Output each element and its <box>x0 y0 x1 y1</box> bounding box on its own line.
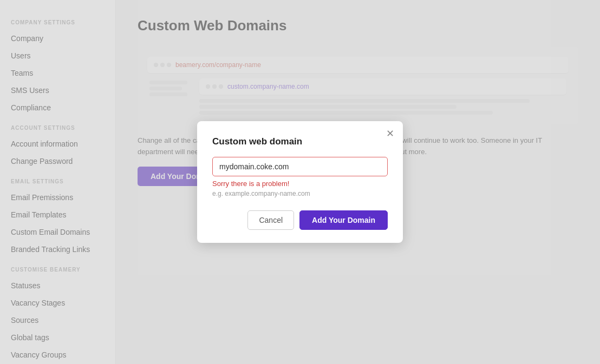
custom-web-domain-modal: Custom web domain ✕ Sorry there is a pro… <box>197 121 403 243</box>
domain-input[interactable] <box>212 157 388 176</box>
modal-actions: Cancel Add Your Domain <box>212 210 388 230</box>
add-your-domain-modal-button[interactable]: Add Your Domain <box>299 210 388 230</box>
cancel-button[interactable]: Cancel <box>247 210 294 230</box>
modal-error-message: Sorry there is a problem! <box>212 180 388 188</box>
modal-close-button[interactable]: ✕ <box>386 129 394 138</box>
modal-title: Custom web domain <box>212 136 388 147</box>
modal-overlay[interactable]: Custom web domain ✕ Sorry there is a pro… <box>0 0 600 364</box>
modal-hint-text: e.g. example.company-name.com <box>212 190 388 197</box>
